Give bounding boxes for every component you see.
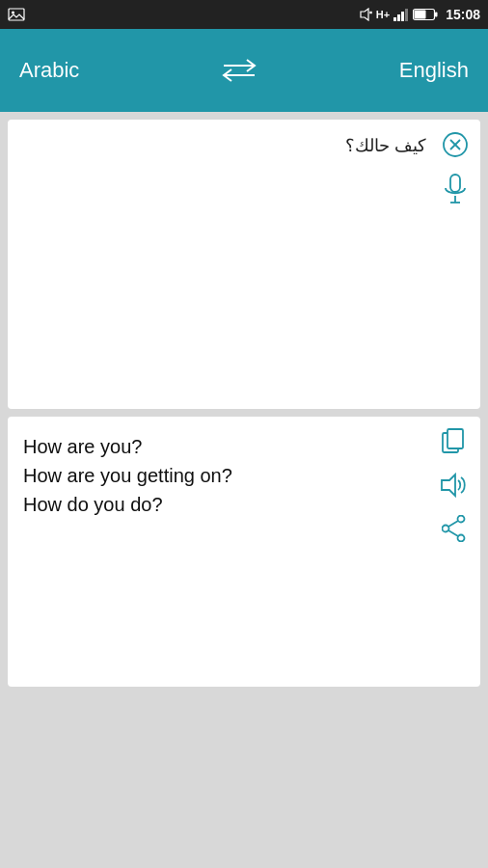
image-icon bbox=[8, 8, 25, 21]
output-card: How are you? How are you getting on? How… bbox=[8, 417, 480, 687]
target-language[interactable]: English bbox=[399, 58, 469, 83]
swap-languages-button[interactable] bbox=[222, 57, 257, 84]
svg-rect-10 bbox=[415, 11, 426, 19]
svg-rect-7 bbox=[405, 9, 408, 21]
svg-rect-20 bbox=[447, 429, 463, 448]
svg-line-25 bbox=[448, 521, 458, 527]
svg-rect-6 bbox=[401, 12, 404, 21]
microphone-icon bbox=[442, 174, 469, 204]
svg-rect-9 bbox=[435, 13, 438, 17]
mute-icon bbox=[359, 8, 372, 21]
network-type: H+ bbox=[376, 9, 390, 20]
status-time: 15:08 bbox=[446, 7, 480, 22]
input-card: كيف حالك؟ bbox=[8, 120, 480, 409]
app-header: Arabic English bbox=[0, 29, 488, 112]
svg-point-23 bbox=[458, 535, 465, 542]
svg-rect-16 bbox=[450, 175, 460, 192]
input-text: كيف حالك؟ bbox=[23, 135, 465, 393]
copy-button[interactable] bbox=[442, 428, 467, 455]
svg-rect-5 bbox=[397, 14, 400, 21]
svg-rect-0 bbox=[9, 9, 24, 20]
output-actions bbox=[440, 428, 469, 542]
mic-button[interactable] bbox=[442, 174, 469, 204]
speaker-icon bbox=[440, 473, 469, 498]
share-icon bbox=[442, 515, 467, 542]
svg-marker-21 bbox=[442, 475, 455, 496]
output-line-2: How are you getting on? bbox=[23, 461, 426, 490]
main-content: كيف حالك؟ bbox=[0, 112, 488, 868]
clear-button[interactable] bbox=[442, 131, 469, 158]
status-bar-left bbox=[8, 8, 25, 21]
output-line-1: How are you? bbox=[23, 432, 426, 461]
output-text: How are you? How are you getting on? How… bbox=[23, 432, 465, 519]
copy-icon bbox=[442, 428, 467, 455]
share-button[interactable] bbox=[442, 515, 467, 542]
svg-rect-4 bbox=[393, 17, 396, 21]
svg-point-1 bbox=[12, 12, 14, 14]
svg-line-26 bbox=[448, 530, 458, 536]
signal-icon bbox=[393, 8, 409, 21]
svg-point-24 bbox=[443, 526, 449, 532]
swap-icon bbox=[222, 57, 257, 84]
status-bar-right: H+ 15:08 bbox=[359, 7, 480, 22]
speaker-button[interactable] bbox=[440, 473, 469, 498]
clear-icon bbox=[442, 131, 469, 158]
input-actions bbox=[442, 131, 469, 204]
output-line-3: How do you do? bbox=[23, 490, 426, 519]
svg-point-22 bbox=[458, 516, 465, 523]
source-language[interactable]: Arabic bbox=[19, 58, 79, 83]
battery-icon bbox=[413, 8, 438, 21]
status-bar: H+ 15:08 bbox=[0, 0, 488, 29]
